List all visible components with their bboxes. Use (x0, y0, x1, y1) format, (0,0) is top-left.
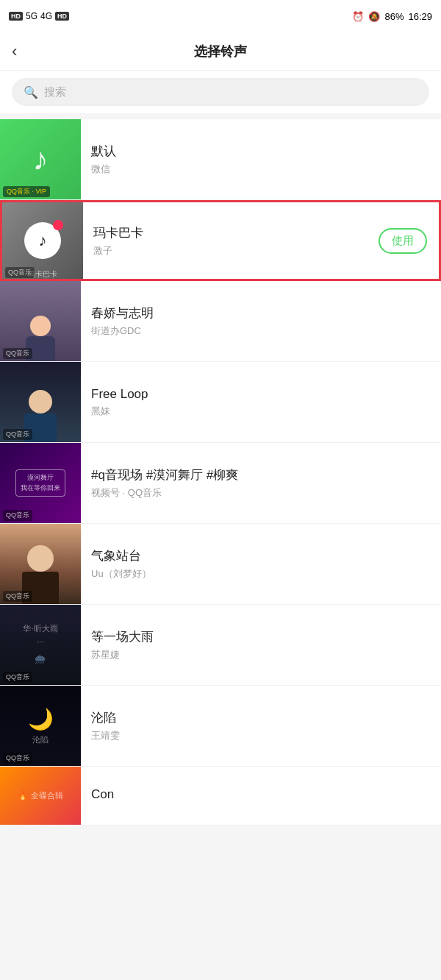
search-input-wrap[interactable]: 🔍 搜索 (12, 78, 429, 106)
thumb-badge: QQ音乐 (3, 591, 32, 602)
item-title: #q音现场 #漠河舞厅 #柳爽 (91, 466, 431, 483)
item-subtitle: 王靖雯 (91, 729, 431, 742)
thumbnail: 🌙 沦陷 QQ音乐 (0, 686, 81, 767)
ringtone-list: ♪ QQ音乐 · VIP 默认 微信 ♪ 玛卡巴卡 QQ音乐 玛卡巴卡 激子 使… (0, 119, 441, 825)
item-title: 沦陷 (91, 709, 431, 726)
list-item[interactable]: 🌙 沦陷 QQ音乐 沦陷 王靖雯 (0, 686, 441, 767)
item-title: 默认 (91, 143, 431, 160)
thumbnail: 漠河舞厅我在等你回来 QQ音乐 (0, 443, 81, 524)
thumb-badge: QQ音乐 (3, 348, 32, 359)
item-info: 春娇与志明 街道办GDC (81, 305, 441, 338)
list-item[interactable]: ♪ QQ音乐 · VIP 默认 微信 (0, 119, 441, 200)
thumb-badge: QQ音乐 (3, 429, 32, 440)
thumb-badge: QQ音乐 (3, 510, 32, 521)
list-item[interactable]: QQ音乐 Free Loop 黑妹 (0, 362, 441, 443)
thumbnail: ♪ QQ音乐 · VIP (0, 119, 81, 200)
clock: 16:29 (408, 11, 432, 22)
thumb-badge: QQ音乐 (5, 267, 35, 278)
item-subtitle: 视频号 · QQ音乐 (91, 486, 431, 500)
item-info: 玛卡巴卡 激子 (83, 224, 379, 258)
item-info: Con (81, 787, 441, 805)
thumbnail: QQ音乐 (0, 281, 81, 362)
item-info: Free Loop 黑妹 (81, 387, 441, 418)
item-subtitle: Uu（刘梦好） (91, 567, 431, 580)
search-placeholder: 搜索 (44, 85, 66, 99)
hd1-badge: HD (9, 12, 23, 21)
item-subtitle: 微信 (91, 163, 431, 176)
thumbnail: QQ音乐 (0, 524, 81, 605)
mute-icon: 🔕 (368, 11, 380, 22)
page-title: 选择铃声 (194, 43, 247, 60)
item-title: 等一场大雨 (91, 628, 431, 645)
signal1: 5G (26, 11, 37, 21)
item-title: Free Loop (91, 387, 431, 402)
search-icon: 🔍 (24, 85, 38, 99)
status-left: HD 5G 4G HD (9, 11, 69, 21)
item-subtitle: 苏星婕 (91, 648, 431, 661)
alarm-icon: ⏰ (352, 11, 364, 22)
item-subtitle: 黑妹 (91, 405, 431, 418)
item-subtitle: 激子 (93, 244, 368, 258)
tiktok-icon: ♪ (24, 222, 61, 259)
hd2-badge: HD (55, 12, 69, 21)
search-bar: 🔍 搜索 (0, 71, 441, 113)
list-item-partial[interactable]: 🔥 全碟合辑 Con (0, 767, 441, 825)
item-info: 默认 微信 (81, 143, 441, 176)
list-item[interactable]: QQ音乐 春娇与志明 街道办GDC (0, 281, 441, 362)
item-info: #q音现场 #漠河舞厅 #柳爽 视频号 · QQ音乐 (81, 466, 441, 500)
item-info: 等一场大雨 苏星婕 (81, 628, 441, 661)
item-title: Con (91, 787, 431, 802)
thumbnail: 华·听大雨··· 🌧 QQ音乐 (0, 605, 81, 686)
back-button[interactable]: ‹ (12, 42, 17, 61)
use-button[interactable]: 使用 (379, 228, 427, 254)
item-title: 春娇与志明 (91, 305, 431, 322)
item-title: 玛卡巴卡 (93, 224, 368, 241)
thumbnail: 🔥 全碟合辑 (0, 767, 81, 825)
list-item[interactable]: QQ音乐 气象站台 Uu（刘梦好） (0, 524, 441, 605)
status-right: ⏰ 🔕 86% 16:29 (352, 11, 432, 22)
item-info: 沦陷 王靖雯 (81, 709, 441, 742)
thumbnail: QQ音乐 (0, 362, 81, 443)
music-note-icon: ♪ (33, 142, 49, 177)
item-info: 气象站台 Uu（刘梦好） (81, 547, 441, 580)
thumbnail: ♪ 玛卡巴卡 QQ音乐 (2, 200, 83, 281)
header: ‹ 选择铃声 (0, 32, 441, 71)
item-subtitle: 街道办GDC (91, 324, 431, 338)
list-item-selected[interactable]: ♪ 玛卡巴卡 QQ音乐 玛卡巴卡 激子 使用 (0, 200, 441, 281)
list-item[interactable]: 漠河舞厅我在等你回来 QQ音乐 #q音现场 #漠河舞厅 #柳爽 视频号 · QQ… (0, 443, 441, 524)
thumb-badge: QQ音乐 (3, 753, 32, 764)
thumb-badge: QQ音乐 (3, 672, 32, 683)
signal2: 4G (40, 11, 52, 21)
thumb-badge: QQ音乐 · VIP (3, 186, 50, 197)
battery: 86% (384, 11, 404, 22)
status-bar: HD 5G 4G HD ⏰ 🔕 86% 16:29 (0, 0, 441, 32)
list-item[interactable]: 华·听大雨··· 🌧 QQ音乐 等一场大雨 苏星婕 (0, 605, 441, 686)
item-title: 气象站台 (91, 547, 431, 564)
